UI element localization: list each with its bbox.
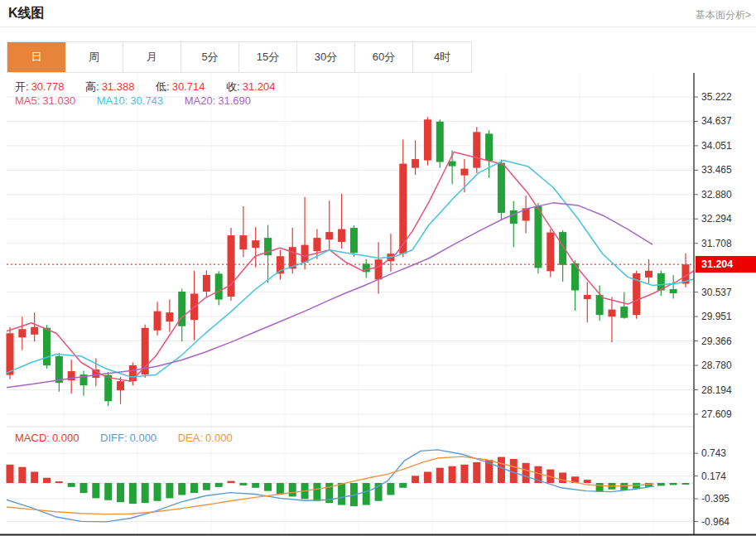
svg-text:29.366: 29.366 <box>701 336 732 347</box>
svg-text:28.194: 28.194 <box>701 384 732 396</box>
tab-30min[interactable]: 30分 <box>297 42 355 72</box>
ma5-value: 31.030 <box>42 94 75 107</box>
ma10-label: MA10: <box>97 94 128 107</box>
svg-text:0.174: 0.174 <box>701 471 726 482</box>
high-value: 31.388 <box>102 80 135 93</box>
open-value: 30.778 <box>31 80 65 93</box>
tab-15min[interactable]: 15分 <box>239 42 297 72</box>
high-label: 高: <box>85 80 99 93</box>
svg-text:35.222: 35.222 <box>701 91 732 103</box>
svg-text:29.951: 29.951 <box>701 311 732 322</box>
current-price-tag: 31.204 <box>696 256 756 273</box>
svg-text:-0.964: -0.964 <box>701 516 730 528</box>
tab-month[interactable]: 月 <box>123 42 181 72</box>
macd-value: 0.000 <box>52 432 79 444</box>
tab-5min[interactable]: 5分 <box>181 42 239 72</box>
diff-label: DIFF: <box>100 432 128 444</box>
svg-text:0.743: 0.743 <box>701 447 726 459</box>
svg-text:27.609: 27.609 <box>701 408 732 420</box>
diff-value: 0.000 <box>130 432 157 444</box>
svg-text:32.294: 32.294 <box>701 213 732 225</box>
svg-text:33.465: 33.465 <box>701 164 732 176</box>
period-tab-bar: 日 周 月 5分 15分 30分 60分 4时 <box>7 41 472 73</box>
svg-text:30.537: 30.537 <box>701 287 732 298</box>
fundamental-analysis-link[interactable]: 基本面分析> <box>696 8 751 22</box>
page-title: K线图 <box>8 5 45 22</box>
dea-label: DEA: <box>178 432 203 444</box>
ma20-value: 31.690 <box>218 94 251 107</box>
svg-text:-0.395: -0.395 <box>701 493 730 505</box>
dea-value: 0.000 <box>205 432 233 444</box>
svg-text:31.708: 31.708 <box>701 238 732 249</box>
tab-4hour[interactable]: 4时 <box>413 42 471 72</box>
svg-text:34.637: 34.637 <box>701 115 732 127</box>
close-value: 31.204 <box>243 80 276 93</box>
low-value: 30.714 <box>172 80 205 93</box>
open-label: 开: <box>15 80 29 93</box>
page-header: K线图 基本面分析> <box>0 0 756 27</box>
ma20-label: MA20: <box>185 94 216 107</box>
low-label: 低: <box>156 80 170 93</box>
tab-week[interactable]: 周 <box>65 42 123 72</box>
ma10-value: 30.743 <box>130 94 163 107</box>
macd-label: MACD: <box>15 432 50 444</box>
svg-text:28.780: 28.780 <box>701 360 732 371</box>
macd-readout: MACD:0.000 DIFF:0.000 DEA:0.000 <box>15 432 251 444</box>
svg-text:34.051: 34.051 <box>701 140 732 152</box>
tab-60min[interactable]: 60分 <box>355 42 413 72</box>
ma5-label: MA5: <box>15 94 40 107</box>
svg-text:32.880: 32.880 <box>701 189 732 200</box>
ohlc-readout: 开:30.778 高:31.388 低:30.714 收:31.204 <box>15 80 293 94</box>
tab-day[interactable]: 日 <box>7 42 65 72</box>
close-label: 收: <box>226 80 240 93</box>
ma-readout: MA5:31.030 MA10:30.743 MA20:31.690 <box>15 94 269 107</box>
